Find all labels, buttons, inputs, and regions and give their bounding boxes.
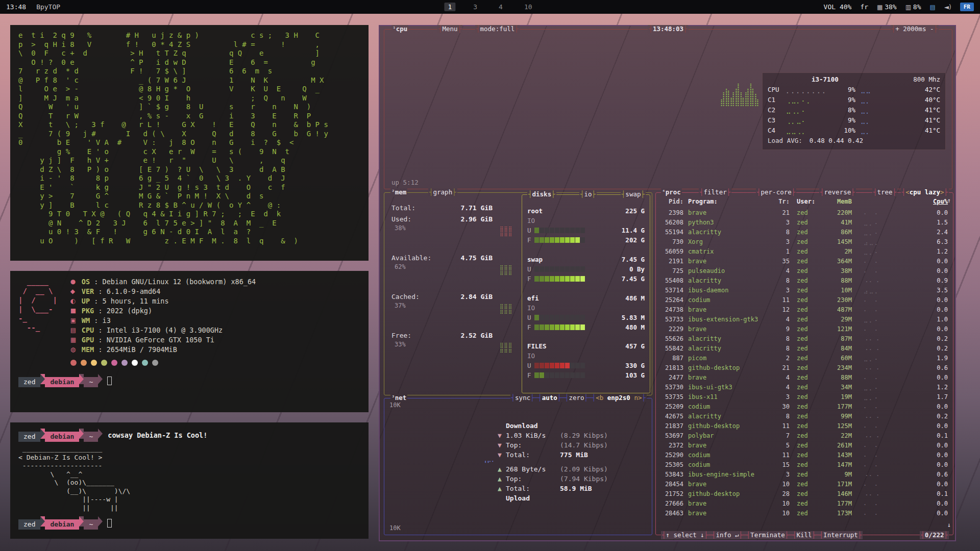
process-row[interactable]: 28463brave10zed173M⠄⠀⠄0.0 (656, 509, 953, 518)
language-badge[interactable]: FR (960, 3, 974, 11)
process-cpu-meter: ⠠⠄⠠ (852, 412, 892, 421)
terminal-cmatrix[interactable]: e t i 2 q 9 % # H u j z & p ) c s ; 3 H … (10, 25, 369, 261)
proc-tree-toggle[interactable]: ┤tree├ (872, 188, 897, 196)
process-row[interactable]: 2372brave5zed261M⠄⠀⠄0.0 (656, 441, 953, 450)
net-auto-toggle[interactable]: auto (542, 394, 557, 402)
scroll-up-arrow[interactable]: ↑ (947, 197, 951, 204)
process-row[interactable]: 2398brave21zed220M⠄⠀⠄0.0 (656, 208, 953, 218)
process-row[interactable]: 21837github-desktop11zed125M⠄⠀⠄0.0 (656, 421, 953, 431)
process-cpu-meter: ⠠⠄⠠ (852, 470, 892, 480)
cpu-icon: ▥ (905, 4, 913, 11)
bpytop-window[interactable]: ¹cpu ┤Menu├ ┤mode:full├ ┤13:48:03├ ┤+ 20… (379, 25, 956, 541)
sort-next-arrow[interactable]: > (940, 188, 944, 196)
process-row[interactable]: 56059cmatrix1zed2M⣀⡀⠄1.2 (656, 247, 953, 257)
up-arrow-icon: ▲ (498, 464, 506, 474)
process-row[interactable]: 53714ibus-daemon3zed10M⣠⣀⡀3.5 (656, 286, 953, 295)
process-cpu-meter: ⠄⠀⠄ (852, 305, 892, 315)
terminate-button[interactable]: Terminate (750, 531, 785, 539)
workspace-1[interactable]: 1 (444, 3, 455, 11)
interval-control[interactable]: ┤+ 2000ms -├ (891, 25, 939, 33)
sort-column-cpu[interactable]: Cpu% (892, 197, 948, 207)
terminal-cursor[interactable] (107, 519, 112, 528)
sort-prev-arrow[interactable]: < (905, 188, 910, 196)
uptime-label: up 5:12 (391, 179, 419, 186)
process-row[interactable]: 28454brave10zed171M⠄⠀⠄0.0 (656, 480, 953, 489)
menu-button[interactable]: ┤Menu├ (437, 25, 462, 33)
process-row[interactable]: 25290codium11zed143M⠄⠀⠄0.0 (656, 450, 953, 460)
process-row[interactable]: 55408alacritty8zed88M⠠⠄⠠0.9 (656, 276, 953, 286)
fetch-info-ver: ◆VER : 6.1.0-9-amd64 (70, 287, 256, 296)
prompt-path: ~ (84, 432, 98, 442)
palette-dot-1 (81, 360, 87, 366)
terminal-cursor[interactable] (107, 377, 112, 385)
process-row[interactable]: 25305codium15zed147M⠄⠀⠄0.0 (656, 460, 953, 470)
display-icon[interactable]: ▤ (929, 4, 935, 11)
net-sync-toggle[interactable]: sync (515, 394, 530, 402)
proc-percore-toggle[interactable]: ┤per-core├ (756, 188, 796, 196)
proc-reverse-toggle[interactable]: ┤reverse├ (819, 188, 856, 196)
process-row[interactable]: 42675alacritty8zed99M⠠⠄⠠0.2 (656, 412, 953, 421)
iface-prev-button[interactable]: <b (596, 394, 607, 402)
mem-stat-free: Free:2.52 GiB (391, 331, 493, 340)
disk-io-label: IO (527, 216, 645, 226)
process-row[interactable]: 2229brave9zed121M⠄⠀⠄0.0 (656, 324, 953, 334)
process-cpu-meter: ⣀⡀⠄ (852, 383, 892, 392)
disks-box: ┤disks├ ┤io├ ┤swap├ root225 GIOU11.4 GF2… (522, 194, 650, 393)
process-row[interactable]: 21813github-desktop21zed234M⠠⠄⠠0.6 (656, 363, 953, 373)
select-control[interactable]: ↑ select ↓ (666, 531, 704, 539)
process-row[interactable]: 25209codium30zed177M⠄⠀⠄0.0 (656, 402, 953, 412)
typed-command: cowsay Debian-Z Is Cool! (108, 431, 207, 439)
keyboard-layout[interactable]: fr (860, 3, 868, 11)
disk-list: root225 GIOU11.4 GF202 Gswap7.45 GU0 ByF… (522, 195, 650, 393)
process-row[interactable]: 2477brave4zed88M⠄⠀⠄0.0 (656, 373, 953, 383)
pkg-icon: ■ (70, 306, 82, 316)
workspace-3[interactable]: 3 (470, 3, 481, 11)
process-row[interactable]: 53730ibus-ui-gtk34zed34M⣀⡀⠄1.2 (656, 383, 953, 392)
workspace-4[interactable]: 4 (495, 3, 506, 11)
iface-next-button[interactable]: n> (630, 394, 642, 402)
volume-indicator[interactable]: VOL 40% (824, 3, 852, 11)
workspace-10[interactable]: 10 (521, 3, 536, 11)
cpu-stats-panel: i3-7100 800 Mhz CPU⡀⡀⡀⡀⡀⡀⡀⡀9%⣀⣀42°CC1⢀⣀⡀… (762, 72, 946, 150)
palette-dot-0 (70, 360, 77, 366)
interrupt-button[interactable]: Interrupt (823, 531, 858, 539)
process-row[interactable]: 27666brave10zed177M⠄⠀⠄0.0 (656, 499, 953, 509)
palette-dot-2 (91, 360, 97, 366)
process-row[interactable]: 53843ibus-engine-simple3zed9M⠠⠄⠠0.6 (656, 470, 953, 480)
mode-toggle[interactable]: ┤mode:full├ (475, 25, 520, 33)
process-row[interactable]: 730Xorg3zed145M⣠⣀⡀6.3 (656, 237, 953, 247)
process-row[interactable]: 53733ibus-extension-gtk34zed29M⣀⡀⠄1.0 (656, 315, 953, 324)
process-row[interactable]: 56208python33zed41M⣀⡀⠄1.5 (656, 218, 953, 228)
process-row[interactable]: 725pulseaudio4zed38M⠄⠀⠄0.0 (656, 266, 953, 276)
process-row[interactable]: 55842alacritty8zed84M⠠⠄⠠0.2 (656, 344, 953, 354)
process-row[interactable]: 24738brave12zed487M⠄⠀⠄0.0 (656, 305, 953, 315)
terminal-fastfetch[interactable]: _____ / __ \ | / | | \___- -_ --_ ●OS : … (10, 271, 369, 412)
process-row[interactable]: 21752github-desktop28zed146M⠠⠄⠠0.1 (656, 489, 953, 499)
proc-sort-control[interactable]: ┤<cpu lazy>├ (901, 188, 949, 196)
disk-bar-row: F202 G (527, 235, 645, 245)
disk-meter (534, 315, 586, 320)
disk-meter (534, 266, 586, 272)
process-row[interactable]: 53697polybar7zed22M⠠⠄⠠0.1 (656, 431, 953, 441)
process-row[interactable]: 25264codium11zed230M⠄⠀⠄0.0 (656, 295, 953, 305)
net-zero-toggle[interactable]: zero (569, 394, 584, 402)
terminal-cowsay[interactable]: zeddebian~ cowsay Debian-Z Is Cool! ____… (10, 422, 369, 539)
palette-dot-8 (152, 360, 158, 366)
workspace-switcher: 13410 (444, 3, 535, 11)
scroll-down-arrow[interactable]: ↓ (947, 521, 951, 529)
kill-button[interactable]: Kill (796, 531, 812, 539)
process-row[interactable]: 55194alacritty8zed86M⣀⡀⠄2.4 (656, 228, 953, 237)
wm-icon: ▣ (70, 316, 82, 325)
cmatrix-output: e t i 2 q 9 % # H u j z & p ) c s ; 3 H … (18, 31, 360, 245)
cpu-core-row: C4⣀⣀⢀⡀10%⣀⡀41°C (768, 126, 940, 136)
speaker-icon[interactable]: ◄) (944, 4, 951, 11)
process-row[interactable]: 53735ibus-x113zed19M⣀⡀⠄1.7 (656, 392, 953, 402)
process-cpu-meter: ⠄⠀⠄ (852, 324, 892, 334)
process-row[interactable]: 2191brave35zed364M⠄⠀⠄0.0 (656, 257, 953, 266)
proc-filter-button[interactable]: ┤filter├ (699, 188, 731, 196)
terminal-color-palette (70, 360, 256, 366)
process-row[interactable]: 887picom2zed60M⣀⡀⠄1.9 (656, 354, 953, 363)
prompt-path: ~ (84, 519, 98, 530)
info-button[interactable]: info ↵ (716, 531, 739, 539)
process-row[interactable]: 55626alacritty8zed87M⠠⠄⠠0.2 (656, 334, 953, 344)
